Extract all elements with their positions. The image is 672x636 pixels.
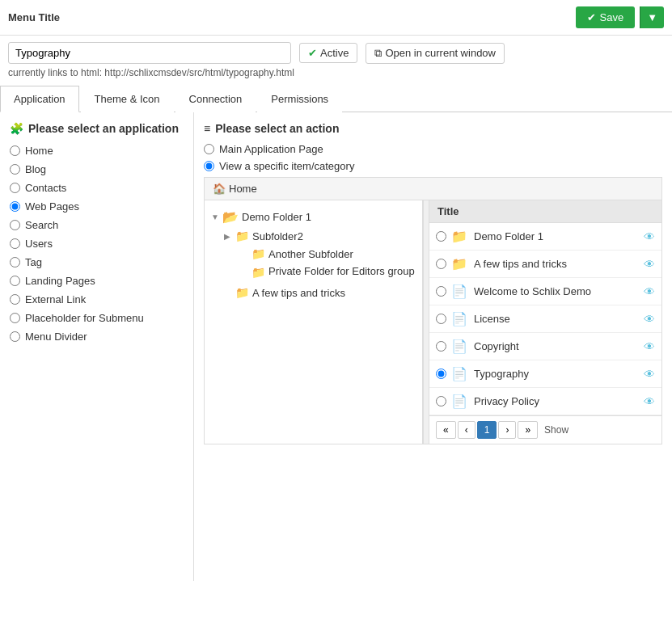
tree-item-another-subfolder[interactable]: 📁 Another Subfolder	[208, 245, 419, 263]
app-radio-search[interactable]: Search	[10, 219, 184, 231]
tree-item-private-folder[interactable]: 📁 Private Folder for Editors group	[208, 263, 419, 284]
page-prev-button[interactable]: ‹	[458, 421, 475, 439]
breadcrumb-home-label: Home	[229, 183, 257, 195]
pagination: « ‹ 1 › » Show	[429, 415, 661, 444]
window-icon: ⧉	[374, 47, 382, 60]
app-radio-users[interactable]: Users	[10, 238, 184, 250]
table-row[interactable]: 📄 Copyright 👁	[429, 333, 661, 360]
menu-title-label: Menu Title	[8, 11, 60, 23]
app-radio-home[interactable]: Home	[10, 145, 184, 157]
tabs-bar: Application Theme & Icon Connection Perm…	[0, 85, 672, 112]
eye-icon[interactable]: 👁	[644, 285, 655, 298]
table-row[interactable]: 📄 Welcome to Schlix Demo 👁	[429, 278, 661, 305]
open-window-label: Open in current window	[385, 47, 496, 59]
folder-icon: 📁	[451, 256, 467, 272]
tab-theme-icon[interactable]: Theme & Icon	[81, 86, 174, 112]
tab-connection[interactable]: Connection	[175, 86, 256, 112]
folder-icon: 📁	[235, 230, 249, 242]
table-row[interactable]: 📁 A few tips and tricks 👁	[429, 251, 661, 278]
app-radio-blog[interactable]: Blog	[10, 163, 184, 175]
tree-panel: ▼ 📂 Demo Folder 1 ▶ 📁 Subfolder2 📁 Ano	[205, 200, 423, 444]
eye-icon[interactable]: 👁	[644, 258, 655, 271]
eye-icon[interactable]: 👁	[644, 340, 655, 353]
doc-icon: 📄	[451, 339, 467, 354]
app-radio-web-pages[interactable]: Web Pages	[10, 200, 184, 213]
show-text: Show	[544, 424, 568, 436]
eye-icon[interactable]: 👁	[644, 368, 655, 381]
menu-icon: ≡	[204, 122, 210, 135]
table-row[interactable]: 📄 Privacy Policy 👁	[429, 388, 661, 415]
header-right: ✔ Save ▼	[576, 6, 664, 28]
doc-icon: 📄	[451, 394, 467, 409]
active-label: Active	[320, 47, 349, 59]
page-last-button[interactable]: »	[518, 421, 538, 439]
folder-icon: 📁	[451, 229, 467, 244]
active-check-icon: ✔	[308, 47, 317, 59]
tree-table-container: ▼ 📂 Demo Folder 1 ▶ 📁 Subfolder2 📁 Ano	[204, 200, 662, 444]
action-radio-main[interactable]: Main Application Page	[204, 143, 662, 155]
chevron-down-icon: ▼	[211, 213, 221, 221]
tree-item-tips[interactable]: 📁 A few tips and tricks	[208, 284, 419, 301]
folder-icon: 📁	[251, 247, 265, 260]
app-radio-external-link[interactable]: External Link	[10, 293, 184, 305]
page-first-button[interactable]: «	[436, 421, 456, 439]
doc-icon: 📄	[451, 284, 467, 299]
tree-item-subfolder2[interactable]: ▶ 📁 Subfolder2	[208, 227, 419, 245]
page-next-button[interactable]: ›	[498, 421, 516, 439]
open-window-badge[interactable]: ⧉ Open in current window	[366, 43, 505, 64]
eye-icon[interactable]: 👁	[644, 395, 655, 408]
tree-item-demo-folder-1[interactable]: ▼ 📂 Demo Folder 1	[208, 207, 419, 227]
link-info: currently links to html: http://schlixcm…	[0, 67, 672, 85]
table-panel: Title 📁 Demo Folder 1 👁 📁 A few tips and…	[429, 200, 661, 444]
folder-open-icon: 📂	[222, 209, 239, 225]
app-select-title: 🧩 Please select an application	[10, 122, 184, 135]
table-row[interactable]: 📁 Demo Folder 1 👁	[429, 223, 661, 251]
action-select-title: ≡ Please select an action	[204, 122, 662, 135]
eye-icon[interactable]: 👁	[644, 230, 655, 243]
menu-title-input[interactable]	[8, 42, 291, 64]
table-row[interactable]: 📄 Typography 👁	[429, 360, 661, 388]
eye-icon[interactable]: 👁	[644, 313, 655, 326]
doc-icon: 📄	[451, 366, 467, 381]
header-bar: Menu Title ✔ Save ▼	[0, 0, 672, 36]
doc-icon: 📄	[451, 311, 467, 326]
active-badge[interactable]: ✔ Active	[299, 43, 357, 63]
chevron-right-icon: ▶	[224, 232, 234, 241]
save-button[interactable]: ✔ Save	[576, 6, 635, 28]
right-panel: ≡ Please select an action Main Applicati…	[194, 112, 672, 581]
table-header: Title	[429, 200, 661, 223]
tree-breadcrumb: 🏠 Home	[204, 177, 662, 200]
tab-permissions[interactable]: Permissions	[257, 86, 342, 112]
save-label: Save	[599, 11, 623, 23]
app-radio-tag[interactable]: Tag	[10, 256, 184, 268]
app-radio-contacts[interactable]: Contacts	[10, 182, 184, 194]
puzzle-icon: 🧩	[10, 122, 23, 135]
app-radio-placeholder[interactable]: Placeholder for Submenu	[10, 312, 184, 324]
app-radio-landing-pages[interactable]: Landing Pages	[10, 275, 184, 287]
main-content: 🧩 Please select an application Home Blog…	[0, 112, 672, 581]
form-row: ✔ Active ⧉ Open in current window	[0, 36, 672, 67]
divider-handle[interactable]	[423, 200, 429, 444]
action-radio-specific[interactable]: View a specific item/category	[204, 160, 662, 172]
folder-icon: 📁	[251, 266, 265, 279]
app-radio-menu-divider[interactable]: Menu Divider	[10, 331, 184, 343]
tab-application[interactable]: Application	[0, 86, 79, 112]
folder-icon: 📁	[235, 286, 249, 299]
left-panel: 🧩 Please select an application Home Blog…	[0, 112, 194, 581]
check-icon: ✔	[587, 11, 596, 23]
more-button[interactable]: ▼	[640, 6, 664, 28]
page-current-button[interactable]: 1	[477, 421, 497, 439]
home-breadcrumb-icon: 🏠	[213, 183, 226, 195]
table-row[interactable]: 📄 License 👁	[429, 305, 661, 333]
